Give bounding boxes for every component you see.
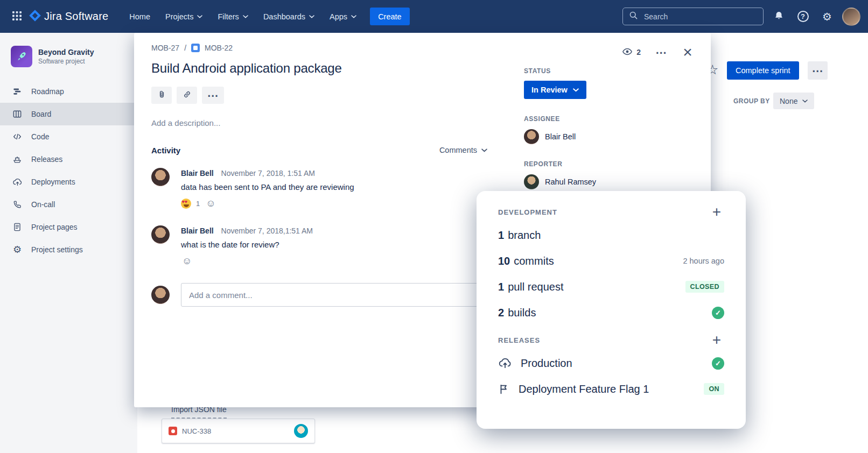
issue-more-button[interactable] [652, 44, 670, 61]
close-modal-button[interactable] [678, 44, 697, 61]
nav-dashboards[interactable]: Dashboards [257, 8, 320, 25]
pull-request-status-badge[interactable]: CLOSED [685, 281, 725, 293]
group-by-dropdown[interactable]: None [773, 93, 814, 109]
card-assignee-avatar[interactable] [294, 424, 308, 438]
project-type: Software project [38, 58, 94, 65]
complete-sprint-button[interactable]: Complete sprint [727, 61, 799, 80]
builds-label: builds [508, 307, 536, 318]
branch-count: 1 [498, 229, 504, 241]
comment-text: what is the date for review? [181, 240, 313, 249]
board-issue-card[interactable]: NUC-338 [162, 419, 315, 443]
bug-icon [169, 427, 177, 435]
add-reaction-button[interactable] [205, 198, 216, 209]
create-button[interactable]: Create [370, 8, 410, 25]
help-button[interactable] [794, 8, 812, 26]
sidebar-item-project-pages[interactable]: Project pages [0, 216, 137, 238]
sidebar-item-deployments[interactable]: Deployments [0, 171, 137, 193]
link-button[interactable] [177, 87, 197, 104]
user-avatar[interactable] [842, 8, 860, 26]
link-icon [183, 90, 192, 101]
help-icon [797, 11, 809, 22]
development-header: DEVELOPMENT [498, 205, 724, 219]
pull-request-row[interactable]: 1pull request CLOSED [498, 274, 724, 300]
project-name: Beyond Gravity [38, 48, 94, 56]
builds-success-check-icon[interactable] [712, 307, 724, 319]
more-icon [207, 90, 219, 101]
app-switcher-icon [12, 11, 22, 22]
issue-title[interactable]: Build Android application package [151, 61, 491, 76]
settings-button[interactable] [818, 8, 836, 26]
commits-row[interactable]: 10commits 2 hours ago [498, 248, 724, 274]
sidebar-item-oncall[interactable]: On-call [0, 193, 137, 216]
releases-header: RELEASES [498, 333, 724, 347]
comments-filter-dropdown[interactable]: Comments [436, 145, 491, 155]
branches-row[interactable]: 1branch [498, 222, 724, 248]
more-icon [656, 47, 667, 58]
app-switcher-button[interactable] [8, 8, 26, 26]
current-user-avatar [151, 286, 170, 304]
sidebar-item-project-settings[interactable]: Project settings [0, 238, 137, 261]
add-reaction-button[interactable] [181, 256, 193, 267]
gear-icon [822, 10, 832, 23]
activity-title: Activity [151, 146, 180, 155]
production-release-row[interactable]: Production [498, 350, 724, 376]
top-navigation: Jira Software Home Projects Filters Dash… [0, 0, 868, 33]
sidebar-item-label: Releases [31, 155, 62, 164]
comment-author-avatar [151, 225, 170, 244]
issue-type-icon[interactable] [191, 44, 200, 52]
pull-request-label: pull request [508, 281, 563, 293]
assignee-field[interactable]: Blair Bell [524, 129, 685, 144]
issue-key: NUC-338 [182, 427, 211, 435]
comment-author[interactable]: Blair Bell [181, 226, 214, 235]
status-dropdown[interactable]: In Review [524, 81, 586, 99]
release-success-check-icon[interactable] [712, 357, 724, 370]
jira-logo[interactable]: Jira Software [28, 9, 108, 25]
sidebar-item-label: Deployments [31, 178, 75, 186]
status-label: STATUS [524, 67, 685, 75]
sidebar-item-label: Board [31, 110, 51, 118]
reporter-field[interactable]: Rahul Ramsey [524, 174, 685, 189]
nav-apps[interactable]: Apps [324, 8, 362, 25]
heart-eyes-emoji-icon[interactable] [181, 199, 191, 209]
nav-projects[interactable]: Projects [159, 8, 208, 25]
nav-filters[interactable]: Filters [212, 8, 254, 25]
add-release-button[interactable] [709, 332, 724, 348]
eye-icon [622, 46, 633, 59]
sidebar-item-code[interactable]: Code [0, 125, 137, 148]
sidebar-item-label: On-call [31, 200, 55, 209]
sidebar-item-label: Project pages [31, 223, 78, 231]
watchers-button[interactable]: 2 [619, 46, 644, 59]
description-placeholder[interactable]: Add a description... [151, 118, 491, 128]
nav-home[interactable]: Home [123, 8, 156, 25]
add-development-button[interactable] [709, 204, 724, 220]
sidebar-item-releases[interactable]: Releases [0, 148, 137, 171]
attach-button[interactable] [151, 87, 172, 104]
global-search[interactable] [622, 8, 764, 25]
builds-count: 2 [498, 307, 504, 318]
notifications-button[interactable] [769, 8, 788, 26]
sidebar-item-board[interactable]: Board [0, 103, 137, 125]
search-input[interactable] [643, 12, 757, 22]
builds-row[interactable]: 2builds [498, 300, 724, 325]
branch-label: branch [508, 229, 541, 241]
modal-top-actions: 2 [619, 44, 697, 61]
chevron-down-icon [351, 15, 356, 18]
commit-count: 10 [498, 255, 510, 267]
toolbar-more-button[interactable] [202, 87, 224, 104]
sidebar-item-roadmap[interactable]: Roadmap [0, 80, 137, 103]
comment-input[interactable] [181, 283, 491, 307]
jira-logo-icon [28, 9, 42, 25]
paperclip-icon [157, 90, 166, 101]
pull-request-text: 1pull request [498, 281, 564, 293]
feature-flag-status-badge[interactable]: ON [704, 383, 724, 395]
breadcrumb-parent-link[interactable]: MOB-27 [151, 44, 179, 52]
chevron-down-icon [243, 15, 248, 18]
breadcrumb-current-link[interactable]: MOB-22 [205, 44, 233, 52]
development-title: DEVELOPMENT [498, 208, 557, 216]
project-header: Beyond Gravity Software project [0, 44, 137, 80]
board-more-button[interactable] [808, 61, 828, 80]
comment-author[interactable]: Blair Bell [181, 169, 214, 178]
comment-timestamp: November 7, 2018,1:51 AM [221, 226, 313, 235]
comment-body: Blair Bell November 7, 2018, 1:51 AM dat… [181, 168, 354, 209]
feature-flag-row[interactable]: Deployment Feature Flag 1 ON [498, 376, 724, 402]
